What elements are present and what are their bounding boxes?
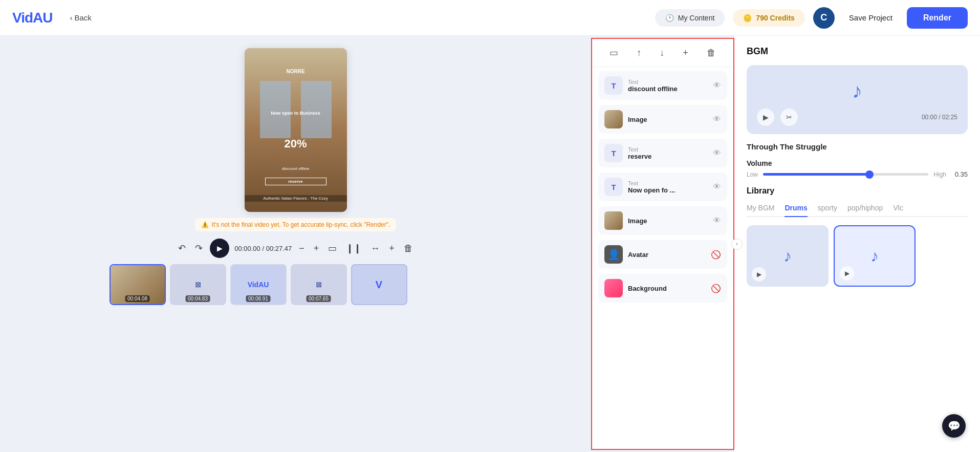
avatar[interactable]: C	[813, 7, 835, 29]
play-icon: ▶	[217, 244, 223, 252]
credits-label: 790 Credits	[756, 14, 794, 22]
tab-vlc[interactable]: Vlc	[893, 204, 903, 217]
play-button[interactable]: ▶	[210, 239, 229, 258]
bgm-play-button[interactable]: ▶	[757, 109, 774, 126]
layers-panel: ▭ ↑ ↓ + 🗑 T Text discount offline 👁	[591, 38, 734, 450]
layer-item-text-nowopen[interactable]: T Text Now open fo ... 👁	[598, 173, 727, 201]
lib-play-button-1[interactable]: ▶	[752, 267, 766, 282]
film-timestamp: 00:08.91	[246, 295, 271, 302]
time-current: 00:00.00	[234, 245, 260, 252]
tab-pophiphop[interactable]: pop/hiphop	[847, 204, 883, 217]
film-item[interactable]: V	[351, 264, 407, 305]
tab-sporty[interactable]: sporty	[818, 204, 837, 217]
save-project-label: Save Project	[849, 13, 892, 22]
layer-name: discount offline	[628, 85, 708, 93]
bgm-controls: ▶ ✂ 00:00 / 02:25	[757, 109, 957, 126]
zoom-in-button[interactable]: +	[312, 241, 321, 256]
volume-slider[interactable]	[763, 173, 928, 176]
move-up-button[interactable]: ↑	[633, 46, 645, 60]
back-button[interactable]: ‹ Back	[65, 10, 97, 25]
layer-info: Background	[628, 285, 706, 292]
zoom-out-button[interactable]: −	[297, 241, 307, 256]
layer-type: Text	[628, 180, 708, 186]
layer-name: Now open fo ...	[628, 186, 708, 194]
film-item[interactable]: ⊠ 00:07.65	[291, 264, 347, 305]
video-reserve-text: reserve	[265, 178, 326, 185]
bgm-scissors-button[interactable]: ✂	[780, 109, 798, 126]
layer-type: Text	[628, 79, 708, 85]
lib-play-button-2[interactable]: ▶	[840, 266, 854, 281]
tab-drums[interactable]: Drums	[785, 204, 807, 217]
layer-item-text-discount[interactable]: T Text discount offline 👁	[598, 71, 727, 100]
eye-icon[interactable]: 👁	[713, 115, 721, 124]
layer-info: Text discount offline	[628, 79, 708, 93]
eye-hidden-icon[interactable]: 🚫	[711, 250, 721, 260]
save-project-button[interactable]: Save Project	[843, 9, 899, 26]
eye-icon[interactable]: 👁	[713, 148, 721, 158]
film-item[interactable]: ⊠ 00:04.83	[170, 264, 226, 305]
time-display: 00:00.00 / 00:27.47	[234, 245, 292, 252]
eye-icon[interactable]: 👁	[713, 216, 721, 225]
fit-button[interactable]: ▭	[326, 241, 339, 256]
layer-item-text-reserve[interactable]: T Text reserve 👁	[598, 139, 727, 167]
lib-card-1[interactable]: ♪ ▶	[747, 225, 829, 287]
split-button[interactable]: ❙❙	[344, 241, 363, 256]
delete-track-button[interactable]: 🗑	[402, 241, 415, 256]
lib-note-icon: ♪	[870, 247, 879, 266]
volume-value: 0.35	[951, 170, 968, 178]
redo-button[interactable]: ↷	[193, 241, 205, 256]
avatar-initial: C	[820, 12, 827, 23]
tab-mybgm[interactable]: My BGM	[747, 204, 774, 217]
film-timestamp: 00:04.08	[125, 295, 150, 302]
move-down-button[interactable]: ↓	[656, 46, 668, 60]
delete-layer-button[interactable]: 🗑	[703, 46, 720, 60]
layers-toolbar: ▭ ↑ ↓ + 🗑	[592, 39, 733, 67]
credits-button[interactable]: 🪙 790 Credits	[733, 9, 804, 27]
volume-label: Volume	[747, 159, 968, 167]
film-item[interactable]: VidAU 00:08.91	[230, 264, 287, 305]
align-button[interactable]: ↔	[368, 241, 382, 256]
video-discount-text: discount offline	[245, 166, 347, 171]
window-right	[301, 81, 332, 138]
time-separator: /	[262, 245, 266, 252]
video-preview-inner: NORRE Now open to Business 20% discount …	[245, 48, 347, 212]
add-layer-button[interactable]: +	[679, 46, 692, 60]
video-bottom-text: Authentic Italian Flavors - The Cozy	[245, 195, 347, 202]
eye-hidden-icon[interactable]: 🚫	[711, 284, 721, 293]
layer-name: Image	[628, 217, 708, 225]
layer-item-background[interactable]: Background 🚫	[598, 274, 727, 303]
layer-info: Image	[628, 217, 708, 225]
layer-icon-image2	[604, 211, 623, 230]
undo-button[interactable]: ↶	[176, 241, 188, 256]
my-content-button[interactable]: 🕐 My Content	[655, 9, 725, 27]
window-left	[260, 81, 291, 138]
film-item[interactable]: 00:04.08	[110, 264, 166, 305]
add-track-button[interactable]: +	[387, 241, 397, 256]
render-button[interactable]: Render	[907, 7, 968, 29]
bgm-time-display: 00:00 / 02:25	[922, 114, 957, 121]
layer-item-avatar[interactable]: 👤 Avatar 🚫	[598, 240, 727, 269]
eye-icon[interactable]: 👁	[713, 81, 721, 90]
video-subtitle: Now open to Business	[245, 111, 347, 116]
layer-info: Image	[628, 116, 708, 123]
eye-icon[interactable]: 👁	[713, 182, 721, 191]
layer-name: Avatar	[628, 251, 706, 259]
layer-item-image2[interactable]: Image 👁	[598, 206, 727, 235]
time-total: 00:27.47	[266, 245, 292, 252]
layer-icon-image	[604, 110, 623, 128]
layer-name: Image	[628, 116, 708, 123]
layer-icon-bg	[604, 279, 623, 297]
preview-area: NORRE Now open to Business 20% discount …	[0, 36, 591, 452]
logo: VidAU	[12, 10, 53, 26]
lib-card-2[interactable]: ♪ ▶	[834, 225, 916, 287]
volume-row: Low High 0.35	[747, 170, 968, 178]
layer-item-image1[interactable]: Image 👁	[598, 105, 727, 134]
panel-collapse-arrow[interactable]: ›	[731, 239, 743, 250]
lib-note-icon: ♪	[783, 247, 792, 266]
main-content: NORRE Now open to Business 20% discount …	[0, 36, 980, 452]
my-content-label: My Content	[678, 14, 715, 22]
layers-list: T Text discount offline 👁 Image 👁 T	[592, 67, 733, 449]
library-grid: ♪ ▶ ♪ ▶	[747, 225, 968, 287]
chat-bubble[interactable]: 💬	[942, 414, 966, 438]
copy-layer-button[interactable]: ▭	[605, 45, 622, 60]
